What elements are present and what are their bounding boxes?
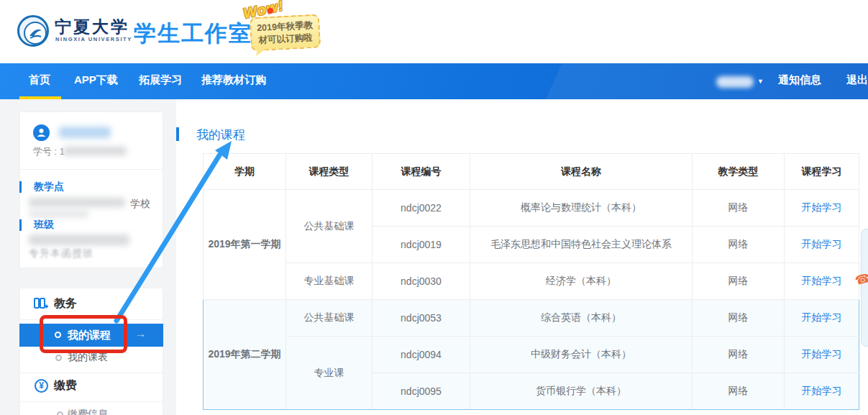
course-name-cell: 概率论与数理统计（本科）: [470, 190, 693, 227]
course-code-cell: ndcj0019: [373, 227, 470, 263]
course-name-cell: 经济学（本科）: [470, 263, 693, 300]
course-name-cell: 综合英语（本科）: [470, 300, 693, 337]
nav-item-textbook-order[interactable]: 推荐教材订购: [201, 73, 266, 87]
teaching-point-redacted-2: [29, 211, 89, 217]
course-code-cell: ndcj0022: [373, 190, 470, 227]
column-header: 教学类型: [693, 154, 785, 190]
course-type-cell: 公共基础课: [286, 300, 373, 337]
course-code-cell: ndcj0030: [373, 263, 470, 300]
start-learning-link[interactable]: 开始学习: [802, 385, 842, 396]
promo-bubble-tail: [256, 47, 267, 58]
table-row: 2019年第二学期公共基础课ndcj0053综合英语（本科）网络开始学习: [204, 300, 859, 337]
column-header: 课程编号: [373, 154, 470, 190]
course-code-cell: ndcj0095: [373, 373, 470, 410]
course-type-cell: 公共基础课: [286, 190, 373, 263]
nav-item-app-download[interactable]: APP下载: [74, 73, 118, 87]
teaching-point-label: 教学点: [34, 181, 64, 193]
teaching-point-suffix: 学校: [130, 198, 150, 211]
floating-service-widget[interactable]: [861, 229, 868, 347]
table-row: 2019年第一学期公共基础课ndcj0022概率论与数理统计（本科）网络开始学习: [204, 190, 859, 227]
class-redacted: [29, 234, 129, 245]
semester-cell: 2019年第二学期: [204, 300, 286, 410]
books-icon: [34, 298, 48, 314]
university-name-cn: 宁夏大学: [55, 16, 129, 38]
start-learning-link[interactable]: 开始学习: [802, 311, 842, 323]
site-title: 学生工作室: [134, 19, 252, 49]
teaching-mode-cell: 网络: [693, 337, 785, 373]
avatar: [33, 124, 50, 141]
teaching-mode-cell: 网络: [693, 263, 785, 300]
bullet-icon: [57, 411, 63, 415]
arrow-right-icon: →: [135, 327, 146, 339]
teaching-mode-cell: 网络: [693, 227, 785, 263]
courses-table: 学期课程类型课程编号课程名称教学类型课程学习 2019年第一学期公共基础课ndc…: [203, 153, 859, 410]
highlight-box-annotation: [40, 315, 127, 353]
table-row: 专业课ndcj0094中级财务会计（本科）网络开始学习: [204, 337, 859, 373]
page-title: 我的课程: [196, 127, 245, 143]
promo-bubble: 2019年秋季教 材可以订购啦: [250, 14, 321, 51]
column-header: 课程名称: [470, 154, 693, 190]
action-cell: 开始学习: [785, 300, 859, 337]
nav-item-logout[interactable]: 退出: [846, 73, 868, 87]
action-cell: 开始学习: [785, 190, 859, 227]
top-header: 宁夏大学 NINGXIA UNIVERSITY 学生工作室 Wow! 2019年…: [0, 0, 868, 63]
start-learning-link[interactable]: 开始学习: [802, 238, 842, 250]
nav-item-extended-learning[interactable]: 拓展学习: [139, 73, 182, 87]
active-tab-underline: [19, 96, 61, 99]
course-code-cell: ndcj0094: [373, 337, 470, 373]
column-header: 课程学习: [785, 154, 859, 190]
start-learning-link[interactable]: 开始学习: [802, 348, 842, 360]
action-cell: 开始学习: [785, 263, 859, 300]
course-type-cell: 专业课: [286, 337, 373, 410]
teaching-mode-cell: 网络: [693, 373, 785, 410]
class-accent: [19, 219, 22, 231]
student-id-redacted: [63, 147, 127, 155]
action-cell: 开始学习: [785, 337, 859, 373]
teaching-point-accent: [19, 181, 22, 193]
course-name-cell: 货币银行学（本科）: [470, 373, 693, 410]
teaching-mode-cell: 网络: [693, 190, 785, 227]
promo-bubble-line2: 材可以订购啦: [258, 32, 313, 47]
table-row: 专业基础课ndcj0030经济学（本科）网络开始学习: [204, 263, 859, 300]
class-label: 班级: [34, 219, 54, 232]
table-header-row: 学期课程类型课程编号课程名称教学类型课程学习: [204, 154, 859, 190]
course-type-cell: 专业基础课: [286, 263, 373, 300]
start-learning-link[interactable]: 开始学习: [802, 275, 842, 286]
page-title-accent: [176, 127, 179, 141]
nav-item-notifications[interactable]: 通知信息: [778, 73, 821, 87]
semester-cell: 2019年第一学期: [204, 190, 286, 300]
sidebar-section-academic: 教务: [54, 296, 77, 311]
yen-icon: ¥: [35, 379, 48, 393]
bullet-icon: [55, 355, 62, 361]
course-code-cell: ndcj0053: [373, 300, 470, 337]
notification-dot: [268, 8, 273, 14]
action-cell: 开始学习: [785, 373, 859, 410]
course-name-cell: 毛泽东思想和中国特色社会主义理论体系: [470, 227, 693, 263]
column-header: 学期: [204, 154, 286, 190]
column-header: 课程类型: [286, 154, 373, 190]
university-logo-icon: [17, 15, 49, 47]
sidebar-item-payment-info[interactable]: 缴费信息: [68, 408, 108, 415]
course-name-cell: 中级财务会计（本科）: [470, 337, 693, 373]
teaching-mode-cell: 网络: [693, 300, 785, 337]
chevron-down-icon[interactable]: ▼: [757, 78, 764, 85]
username-redacted[interactable]: [716, 76, 754, 88]
teaching-point-redacted: [29, 198, 125, 207]
nav-item-home[interactable]: 首页: [29, 73, 50, 87]
page: 宁夏大学 NINGXIA UNIVERSITY 学生工作室 Wow! 2019年…: [0, 0, 868, 415]
university-name-en: NINGXIA UNIVERSITY: [55, 36, 132, 42]
student-id-label: 学号 : 1: [33, 145, 65, 158]
start-learning-link[interactable]: 开始学习: [802, 201, 842, 213]
sidebar-section-payment: 缴费: [54, 378, 77, 393]
student-name-redacted: [59, 127, 111, 138]
class-faint-text: 专升本函授班: [29, 247, 93, 260]
action-cell: 开始学习: [785, 227, 859, 263]
